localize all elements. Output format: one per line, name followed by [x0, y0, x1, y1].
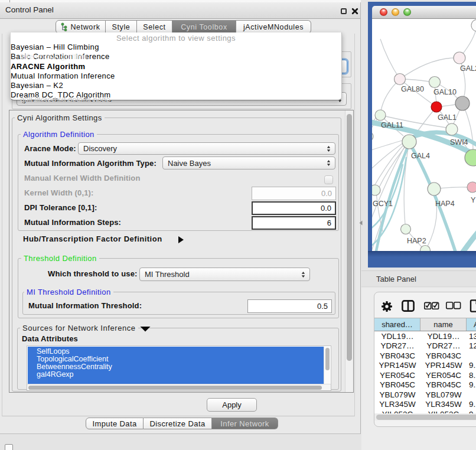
- algorithm-option[interactable]: ARACNE Algorithm: [11, 62, 341, 71]
- apply-button[interactable]: Apply: [207, 398, 257, 412]
- algorithm-option[interactable]: Basic Correlation Inference: [11, 52, 341, 61]
- tab[interactable]: jActiveMNodules: [236, 20, 311, 34]
- node-hap2[interactable]: [401, 224, 411, 234]
- data-attributes-list[interactable]: SelfLoops TopologicalCoefficient Between…: [27, 345, 331, 391]
- cell-shared-name[interactable]: YBR043C: [374, 351, 420, 361]
- table-row[interactable]: YBR043C YBR043C: [374, 351, 476, 361]
- settings-vertical-scrollbar[interactable]: [345, 110, 353, 392]
- select-all-icon[interactable]: [424, 302, 439, 309]
- network-canvas[interactable]: GAL2GAL80GAL10GAL1GAL11GAL4SWI4GCY1HAP4H…: [372, 19, 476, 251]
- algorithm-option[interactable]: Dream8 DC_TDC Algorithm: [11, 90, 341, 100]
- table-row[interactable]: YBL079W YBL079W: [374, 390, 476, 400]
- new-table-icon[interactable]: [470, 299, 476, 312]
- node-swi4[interactable]: [446, 123, 458, 135]
- table-row[interactable]: YBR045C YBR045C 9.: [374, 380, 476, 390]
- table-row[interactable]: YDR27… YDR27… 12: [374, 341, 476, 351]
- cell-value[interactable]: 9.: [467, 400, 476, 410]
- cell-shared-name[interactable]: YDL19…: [374, 331, 420, 341]
- scrollbar-thumb[interactable]: [28, 386, 322, 390]
- list-item[interactable]: gal4RGexp: [28, 371, 324, 379]
- scrollbar-thumb[interactable]: [347, 114, 352, 361]
- cell-value[interactable]: [467, 390, 476, 400]
- close-icon[interactable]: [351, 8, 358, 15]
- network-edge-highlighted[interactable]: [410, 144, 457, 251]
- expanded-arrow-icon[interactable]: [140, 326, 151, 332]
- node-gal11[interactable]: [375, 110, 386, 120]
- cell-name[interactable]: YBR043C: [420, 351, 467, 361]
- algorithm-option[interactable]: Bayesian – K2: [11, 81, 341, 90]
- cell-shared-name[interactable]: YBR045C: [374, 380, 420, 390]
- minimize-traffic-light[interactable]: [392, 8, 399, 16]
- list-item[interactable]: SelfLoops: [28, 348, 324, 356]
- which-threshold-combo[interactable]: MI Threshold: [139, 268, 310, 281]
- node[interactable]: [471, 19, 476, 31]
- list-vertical-scrollbar[interactable]: [324, 347, 330, 384]
- hub-factor-section-label[interactable]: Hub/Transcription Factor Definition: [23, 234, 162, 243]
- cell-shared-name[interactable]: YBL079W: [374, 390, 420, 400]
- node-gal80[interactable]: [395, 74, 406, 85]
- kernel-width-field[interactable]: 0.0: [252, 187, 336, 200]
- node[interactable]: [455, 96, 470, 110]
- cell-value[interactable]: 12: [467, 341, 476, 351]
- network-edge[interactable]: [442, 105, 455, 106]
- column-header[interactable]: name: [420, 318, 467, 331]
- splitpane-collapse-icon[interactable]: [359, 220, 363, 226]
- table-horizontal-scrollbar[interactable]: [374, 413, 476, 420]
- column-header[interactable]: A: [467, 318, 476, 331]
- cell-name[interactable]: YPR145W: [420, 361, 467, 371]
- control-panel-titlebar[interactable]: Control Panel: [0, 2, 360, 19]
- table-row[interactable]: YLR345W YLR345W 9.: [374, 400, 476, 410]
- scrollbar-thumb[interactable]: [325, 348, 330, 370]
- float-window-icon[interactable]: [341, 8, 347, 14]
- mi-threshold-field[interactable]: 0.5: [247, 299, 332, 313]
- tab[interactable]: Discretize Data: [144, 418, 212, 429]
- collapsed-arrow-icon[interactable]: [178, 236, 184, 244]
- mi-algorithm-type-combo[interactable]: Naive Bayes: [162, 156, 335, 169]
- tab[interactable]: Infer Network: [212, 418, 278, 429]
- tab[interactable]: Impute Data: [86, 418, 144, 429]
- network-edge[interactable]: [400, 58, 459, 79]
- cell-value[interactable]: 8.: [467, 370, 476, 380]
- node[interactable]: [454, 52, 465, 64]
- scrollbar-thumb[interactable]: [376, 415, 476, 420]
- table-row[interactable]: YDL19… YDL19… 13: [374, 331, 476, 341]
- table-row[interactable]: YPR145W YPR145W 9.: [374, 361, 476, 371]
- node[interactable]: [467, 182, 476, 193]
- cell-name[interactable]: YBL079W: [420, 390, 467, 400]
- cell-name[interactable]: YDR27…: [420, 341, 467, 351]
- cell-name[interactable]: YLR345W: [420, 400, 467, 410]
- cell-name[interactable]: YBR045C: [420, 380, 467, 390]
- tab[interactable]: Cyni Toolbox: [172, 20, 236, 34]
- cell-shared-name[interactable]: YLR345W: [374, 400, 420, 410]
- cell-value[interactable]: 9.: [467, 361, 476, 371]
- node-hap4[interactable]: [428, 182, 441, 195]
- cell-value[interactable]: 13: [467, 331, 476, 341]
- node-gal10[interactable]: [429, 77, 441, 88]
- dpi-tolerance-field[interactable]: 0.0: [252, 201, 336, 215]
- tab[interactable]: Network: [56, 20, 106, 34]
- node[interactable]: [420, 246, 431, 252]
- network-window-titlebar[interactable]: [372, 6, 476, 19]
- list-item[interactable]: BetweennessCentrality: [28, 363, 324, 371]
- node[interactable]: [372, 132, 373, 141]
- algorithm-option[interactable]: Bayesian – Hill Climbing: [11, 43, 341, 52]
- node-gcy1[interactable]: [372, 185, 380, 195]
- column-header[interactable]: shared…: [374, 318, 420, 331]
- tab[interactable]: Select: [137, 20, 172, 34]
- cell-name[interactable]: YDL19…: [420, 331, 467, 341]
- list-horizontal-scrollbar[interactable]: [27, 384, 331, 390]
- zoom-traffic-light[interactable]: [403, 8, 411, 16]
- tab[interactable]: Style: [106, 20, 137, 34]
- mi-steps-field[interactable]: 6: [252, 216, 336, 230]
- cell-value[interactable]: [467, 351, 476, 361]
- split-table-icon[interactable]: [402, 300, 415, 312]
- close-traffic-light[interactable]: [380, 8, 387, 16]
- manual-kernel-width-checkbox[interactable]: [324, 175, 333, 184]
- node-gal1[interactable]: [431, 102, 442, 112]
- desktop-mini-icon[interactable]: [5, 444, 13, 450]
- aracne-mode-combo[interactable]: Discovery: [78, 142, 335, 155]
- algorithm-option[interactable]: Mutual Information Inference: [11, 71, 341, 81]
- network-edge-highlighted[interactable]: [461, 229, 476, 251]
- cell-shared-name[interactable]: YPR145W: [374, 361, 420, 371]
- list-item[interactable]: TopologicalCoefficient: [28, 356, 324, 363]
